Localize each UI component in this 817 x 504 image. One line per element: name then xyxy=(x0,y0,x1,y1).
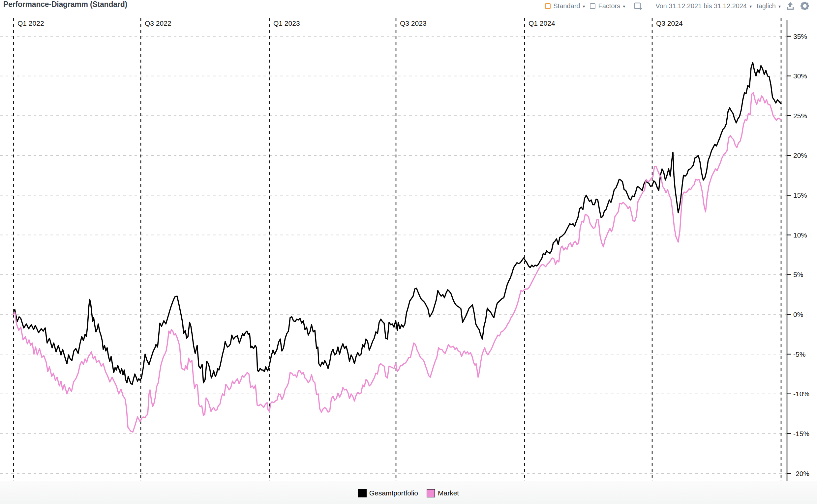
svg-text:25%: 25% xyxy=(793,112,807,120)
svg-text:15%: 15% xyxy=(793,191,807,199)
market-swatch-icon xyxy=(427,489,435,497)
svg-text:-15%: -15% xyxy=(793,430,809,437)
legend-item-market[interactable]: Market xyxy=(427,489,459,497)
chart-legend: Gesamtportfolio Market xyxy=(0,482,817,504)
svg-text:-5%: -5% xyxy=(793,350,805,358)
legend-item-gesamtportfolio[interactable]: Gesamtportfolio xyxy=(358,489,418,497)
svg-text:Q3 2022: Q3 2022 xyxy=(145,19,171,27)
svg-text:Q3 2023: Q3 2023 xyxy=(400,19,427,27)
svg-text:20%: 20% xyxy=(793,152,807,159)
svg-text:-20%: -20% xyxy=(793,470,809,477)
svg-text:Q3 2024: Q3 2024 xyxy=(656,19,683,27)
gesamtportfolio-swatch-icon xyxy=(358,489,367,497)
svg-text:5%: 5% xyxy=(793,271,803,278)
svg-text:Q1 2024: Q1 2024 xyxy=(528,19,555,27)
svg-text:30%: 30% xyxy=(793,72,807,80)
performance-chart[interactable]: 35%30%25%20%15%10%5%0%-5%-10%-15%-20%Q1 … xyxy=(0,0,817,482)
svg-text:0%: 0% xyxy=(793,311,803,318)
svg-text:35%: 35% xyxy=(793,33,807,40)
legend-label: Gesamtportfolio xyxy=(369,489,418,497)
svg-text:Q1 2023: Q1 2023 xyxy=(273,19,300,27)
svg-text:Q1 2022: Q1 2022 xyxy=(17,19,44,27)
svg-text:10%: 10% xyxy=(793,231,807,239)
legend-label: Market xyxy=(438,489,459,497)
svg-text:-10%: -10% xyxy=(793,390,809,398)
